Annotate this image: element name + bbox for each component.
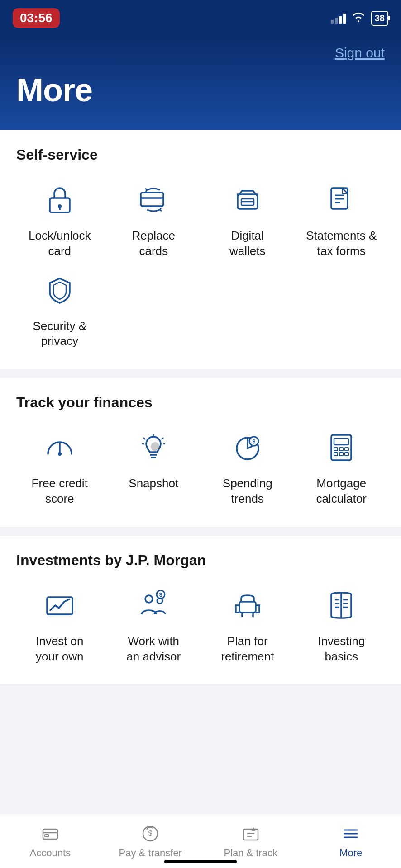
accounts-nav-label: Accounts xyxy=(30,847,71,859)
replace-cards-icon xyxy=(133,179,174,220)
mortgage-calc-item[interactable]: Mortgagecalculator xyxy=(298,427,385,507)
svg-text:$: $ xyxy=(252,439,255,445)
battery-icon: 38 xyxy=(371,11,388,26)
security-privacy-item[interactable]: Security &privacy xyxy=(16,270,103,349)
status-time: 03:56 xyxy=(13,8,60,28)
plan-for-item[interactable]: Plan forretirement xyxy=(204,585,291,665)
spending-trends-label: Spendingtrends xyxy=(223,476,272,507)
spending-trends-item[interactable]: $ Spendingtrends xyxy=(204,427,291,507)
snapshot-label: Snapshot xyxy=(129,476,178,491)
gauge-icon xyxy=(39,427,80,468)
credit-score-item[interactable]: Free creditscore xyxy=(16,427,103,507)
status-icons: 38 xyxy=(331,10,388,26)
signal-icon xyxy=(331,13,346,24)
svg-rect-30 xyxy=(339,453,343,456)
svg-rect-26 xyxy=(334,448,338,451)
digital-wallets-icon xyxy=(227,179,268,220)
svg-rect-28 xyxy=(345,448,348,451)
investments-section: Investments by J.P. Morgan Invest onyour… xyxy=(0,536,401,684)
credit-score-label: Free creditscore xyxy=(32,476,88,507)
sign-out-button[interactable]: Sign out xyxy=(335,45,385,61)
lock-icon xyxy=(39,179,80,220)
pay-transfer-nav-label: Pay & transfer xyxy=(119,847,182,859)
invest-icon xyxy=(39,585,80,626)
wifi-icon xyxy=(351,10,366,26)
svg-line-17 xyxy=(143,438,145,439)
work-with-item[interactable]: $ Work withan advisor xyxy=(110,585,197,665)
svg-point-12 xyxy=(58,452,62,456)
header: Sign out More xyxy=(0,36,401,130)
page-title: More xyxy=(16,71,385,108)
svg-text:$: $ xyxy=(159,592,162,598)
svg-point-33 xyxy=(145,595,153,603)
track-finances-section: Track your finances Free creditscore xyxy=(0,378,401,527)
snapshot-item[interactable]: Snapshot xyxy=(110,427,197,507)
self-service-section: Self-service Lock/unlockcard xyxy=(0,130,401,369)
replace-cards-item[interactable]: Replacecards xyxy=(110,179,197,259)
plan-track-nav-label: Plan & track xyxy=(224,847,277,859)
nav-accounts[interactable]: Accounts xyxy=(0,814,100,868)
svg-rect-29 xyxy=(334,453,338,456)
svg-rect-31 xyxy=(345,453,348,456)
accounts-nav-icon xyxy=(40,824,60,844)
mortgage-calc-label: Mortgagecalculator xyxy=(316,476,367,507)
svg-line-18 xyxy=(162,438,163,439)
track-finances-grid: Free creditscore xyxy=(16,427,385,507)
shield-icon xyxy=(39,270,80,311)
plan-track-nav-icon xyxy=(241,824,261,844)
self-service-grid: Lock/unlockcard Replacecards xyxy=(16,179,385,349)
more-nav-icon xyxy=(341,824,361,844)
investments-title: Investments by J.P. Morgan xyxy=(16,552,385,569)
pay-transfer-nav-icon: $ xyxy=(140,824,160,844)
svg-rect-37 xyxy=(239,602,256,613)
svg-rect-49 xyxy=(45,835,48,837)
statements-tax-icon xyxy=(321,179,362,220)
plan-for-label: Plan forretirement xyxy=(221,634,274,665)
svg-text:$: $ xyxy=(148,830,153,837)
invest-on-item[interactable]: Invest onyour own xyxy=(16,585,103,665)
status-bar: 03:56 38 xyxy=(0,0,401,36)
svg-rect-52 xyxy=(243,829,258,840)
book-icon xyxy=(321,585,362,626)
self-service-title: Self-service xyxy=(16,146,385,163)
home-indicator xyxy=(164,860,237,863)
lightbulb-icon xyxy=(133,427,174,468)
svg-rect-27 xyxy=(339,448,343,451)
investing-basics-label: Investingbasics xyxy=(318,634,365,665)
invest-on-label: Invest onyour own xyxy=(36,634,84,665)
calculator-icon xyxy=(321,427,362,468)
track-finances-title: Track your finances xyxy=(16,394,385,411)
replace-cards-label: Replacecards xyxy=(132,228,175,259)
lock-unlock-label: Lock/unlockcard xyxy=(29,228,91,259)
svg-point-20 xyxy=(151,442,160,451)
svg-point-1 xyxy=(58,204,62,208)
svg-rect-25 xyxy=(334,439,348,445)
nav-more[interactable]: More xyxy=(301,814,401,868)
statements-tax-label: Statements &tax forms xyxy=(306,228,377,259)
lock-unlock-item[interactable]: Lock/unlockcard xyxy=(16,179,103,259)
digital-wallets-label: Digitalwallets xyxy=(229,228,265,259)
content: Self-service Lock/unlockcard xyxy=(0,130,401,756)
statements-tax-item[interactable]: Statements &tax forms xyxy=(298,179,385,259)
chair-icon xyxy=(227,585,268,626)
piechart-icon: $ xyxy=(227,427,268,468)
svg-rect-47 xyxy=(43,829,57,839)
security-privacy-label: Security &privacy xyxy=(33,319,87,349)
digital-wallets-item[interactable]: Digitalwallets xyxy=(204,179,291,259)
investments-grid: Invest onyour own $ Work wi xyxy=(16,585,385,665)
header-top: Sign out xyxy=(16,45,385,61)
more-nav-label: More xyxy=(339,847,362,859)
advisor-icon: $ xyxy=(133,585,174,626)
investing-basics-item[interactable]: Investingbasics xyxy=(298,585,385,665)
svg-rect-3 xyxy=(141,193,163,206)
work-with-label: Work withan advisor xyxy=(126,634,181,665)
